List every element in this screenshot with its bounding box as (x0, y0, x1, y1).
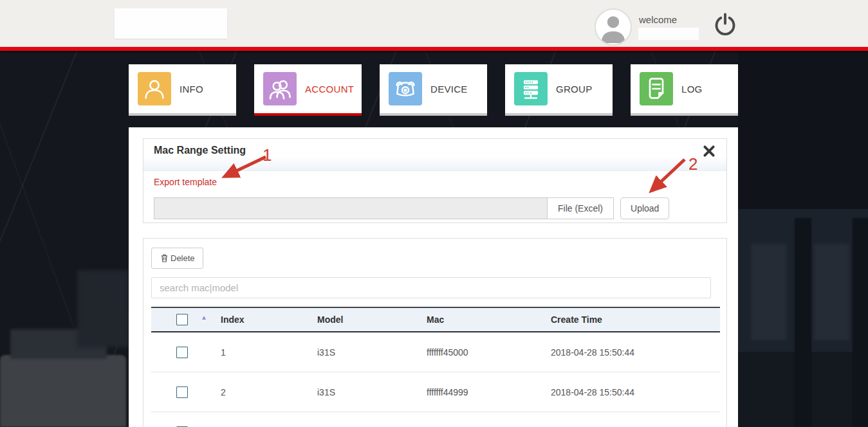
sort-ascending-icon[interactable]: ▲ (201, 314, 207, 321)
column-header-model: Model (317, 314, 427, 325)
table-header-row: ▲ Index Model Mac Create Time (151, 307, 720, 332)
document-icon (640, 72, 673, 105)
tab-device-label: DEVICE (430, 84, 468, 95)
upload-button[interactable]: Upload (620, 197, 669, 219)
column-header-index: Index (221, 314, 317, 325)
phone-icon (389, 72, 422, 105)
cell-model: i31S (317, 387, 427, 397)
tab-info[interactable]: INFO (129, 64, 236, 116)
top-header: welcome (0, 0, 868, 47)
annotation-arrow-2 (641, 156, 692, 199)
cell-index: 1 (221, 347, 317, 358)
cell-model: i31S (317, 347, 427, 358)
file-excel-button[interactable]: File (Excel) (547, 197, 614, 219)
delete-button[interactable]: Delete (151, 248, 203, 269)
column-header-create-time: Create Time (551, 314, 720, 325)
tab-account-label: ACCOUNT (305, 84, 354, 95)
cell-mac: fffffff44999 (427, 387, 551, 397)
logout-power-button[interactable] (713, 13, 737, 37)
tab-log[interactable]: LOG (631, 64, 738, 116)
servers-icon (514, 72, 548, 105)
mac-table: ▲ Index Model Mac Create Time 1 i31S fff… (151, 307, 720, 427)
person-silhouette-icon (596, 10, 631, 44)
background-photo-right (738, 51, 868, 427)
row-checkbox[interactable] (176, 347, 188, 358)
annotation-arrow-1 (214, 152, 273, 185)
table-row: 1 i31S fffffff45000 2018-04-28 15:50:44 (151, 332, 720, 372)
logo-placeholder (115, 8, 227, 39)
welcome-text: welcome (639, 14, 677, 25)
export-template-link[interactable]: Export template (154, 177, 217, 187)
table-row-partial (151, 412, 720, 427)
main-navigation: INFO ACCOUNT DEVICE (129, 64, 738, 116)
cell-mac: fffffff45000 (427, 347, 551, 358)
tab-account[interactable]: ACCOUNT (254, 64, 362, 116)
mac-records-panel: Delete ▲ Index Model Mac Create Time 1 i… (143, 238, 727, 427)
person-icon (138, 72, 171, 105)
tab-log-label: LOG (681, 84, 703, 95)
row-checkbox[interactable] (176, 386, 188, 398)
cell-index: 2 (221, 387, 317, 397)
tab-group[interactable]: GROUP (505, 64, 613, 116)
tab-info-label: INFO (180, 84, 203, 95)
file-path-field[interactable] (154, 197, 548, 219)
red-accent-bar (0, 47, 868, 51)
close-panel-button[interactable] (702, 144, 716, 158)
column-header-mac: Mac (427, 314, 551, 325)
trash-icon (160, 253, 169, 263)
cell-create-time: 2018-04-28 15:50:44 (551, 347, 720, 358)
table-row: 2 i31S fffffff44999 2018-04-28 15:50:44 (151, 372, 720, 412)
tab-device[interactable]: DEVICE (380, 64, 487, 116)
file-upload-row: File (Excel) Upload (154, 197, 716, 219)
cell-create-time: 2018-04-28 15:50:44 (551, 387, 720, 397)
close-icon (702, 144, 716, 158)
background-photo-left (77, 270, 129, 347)
select-all-checkbox[interactable] (176, 314, 188, 325)
tab-group-label: GROUP (556, 84, 593, 95)
delete-button-label: Delete (171, 253, 195, 263)
username-redacted (638, 28, 699, 40)
people-icon (263, 72, 297, 105)
power-icon (714, 13, 737, 36)
avatar (595, 8, 632, 46)
search-input[interactable] (151, 277, 711, 298)
background-photo-left (0, 355, 126, 427)
